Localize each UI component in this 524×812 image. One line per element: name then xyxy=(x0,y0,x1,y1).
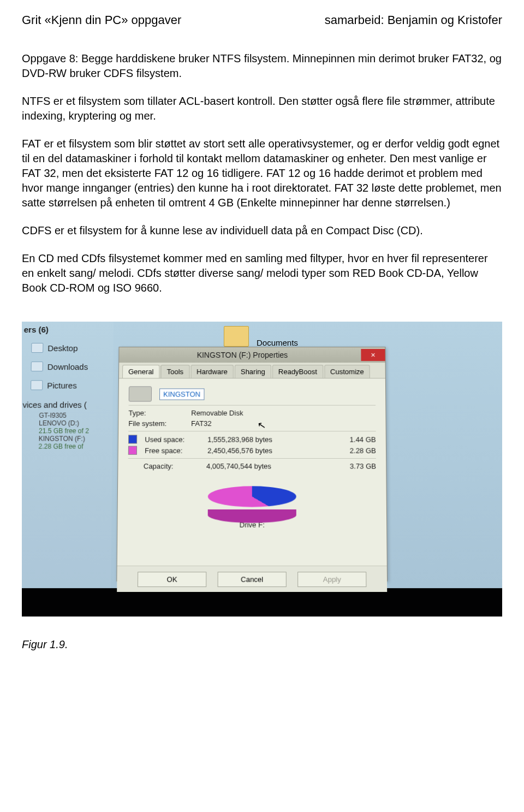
tab-hardware[interactable]: Hardware xyxy=(190,365,234,378)
free-swatch-icon xyxy=(128,446,137,455)
nav-item-downloads[interactable]: Downloads xyxy=(22,357,113,376)
tab-sharing[interactable]: Sharing xyxy=(235,365,271,378)
paragraph-5: En CD med CDfs filsystemet kommer med en… xyxy=(22,251,502,295)
tab-general[interactable]: General xyxy=(122,365,160,378)
cancel-button[interactable]: Cancel xyxy=(218,572,287,587)
separator xyxy=(129,405,376,406)
used-label: Used space: xyxy=(145,435,200,443)
dialog-button-row: OK Cancel Apply xyxy=(117,566,387,592)
dialog-titlebar[interactable]: KINGSTON (F:) Properties × xyxy=(119,347,385,363)
volume-name-input[interactable]: KINGSTON xyxy=(159,388,204,400)
used-bytes: 1,555,283,968 bytes xyxy=(207,435,330,443)
pie-chart xyxy=(208,475,296,519)
ok-button[interactable]: OK xyxy=(138,572,206,587)
nav-label: Downloads xyxy=(47,362,88,371)
capacity-bytes: 4,005,740,544 bytes xyxy=(206,462,330,470)
page-header: Grit «Kjenn din PC» oppgaver samarbeid: … xyxy=(22,13,502,27)
paragraph-4: CDFS er et filsystem for å kunne lese av… xyxy=(22,223,502,238)
nav-item-lenovo[interactable]: LENOVO (D:) xyxy=(22,419,112,427)
tab-customize[interactable]: Customize xyxy=(324,365,370,378)
explorer-window: Documents ers (6) Desktop Downloads Pict… xyxy=(22,322,502,588)
apply-button[interactable]: Apply xyxy=(297,572,366,587)
nav-lenovo-free: 21.5 GB free of 2 xyxy=(22,427,112,435)
free-bytes: 2,450,456,576 bytes xyxy=(207,446,330,454)
close-icon: × xyxy=(371,351,375,359)
explorer-nav-pane: ers (6) Desktop Downloads Pictures vices… xyxy=(22,322,114,588)
free-label: Free space: xyxy=(145,446,200,454)
capacity-gb: 3.73 GB xyxy=(337,462,376,470)
figure-caption: Figur 1.9. xyxy=(22,638,502,651)
paragraph-3: FAT er et filsystem som blir støttet av … xyxy=(22,137,502,210)
desktop-icon xyxy=(31,343,43,353)
folders-header: ers (6) xyxy=(22,322,114,339)
devices-header: vices and drives ( xyxy=(22,394,113,411)
paragraph-1: Oppgave 8: Begge harddiskene bruker NTFS… xyxy=(22,51,502,81)
nav-label: Desktop xyxy=(47,343,78,353)
close-button[interactable]: × xyxy=(361,349,385,361)
separator xyxy=(128,431,376,431)
header-right: samarbeid: Benjamin og Kristofer xyxy=(325,13,502,27)
paragraph-2: NTFS er et filsystem som tillater ACL-ba… xyxy=(22,94,502,123)
separator xyxy=(128,458,376,459)
nav-kingston-free: 2.28 GB free of xyxy=(22,443,112,451)
filesystem-value: FAT32 xyxy=(191,419,212,428)
used-swatch-icon xyxy=(128,435,137,443)
properties-dialog: KINGSTON (F:) Properties × General Tools… xyxy=(116,347,388,582)
documents-label[interactable]: Documents xyxy=(257,338,298,347)
tab-tools[interactable]: Tools xyxy=(161,365,190,378)
nav-item-kingston[interactable]: KINGSTON (F:) xyxy=(22,435,112,442)
folder-icon[interactable] xyxy=(224,326,249,347)
tab-body-general: KINGSTON Type: Removable Disk File syste… xyxy=(117,378,387,565)
header-left: Grit «Kjenn din PC» oppgaver xyxy=(22,13,181,27)
used-gb: 1.44 GB xyxy=(337,435,376,443)
downloads-icon xyxy=(31,361,43,371)
drive-icon xyxy=(129,386,152,401)
nav-label: Pictures xyxy=(47,381,77,390)
nav-item-gt[interactable]: GT-I9305 xyxy=(22,412,112,419)
nav-item-pictures[interactable]: Pictures xyxy=(22,376,113,394)
free-gb: 2.28 GB xyxy=(337,446,376,454)
pictures-icon xyxy=(31,380,43,390)
tab-readyboost[interactable]: ReadyBoost xyxy=(272,365,323,378)
tab-strip: General Tools Hardware Sharing ReadyBoos… xyxy=(119,363,385,378)
capacity-label: Capacity: xyxy=(144,462,199,470)
dialog-title-text: KINGSTON (F:) Properties xyxy=(123,351,361,359)
type-label: Type: xyxy=(128,409,183,417)
filesystem-label: File system: xyxy=(128,419,183,428)
screenshot-photo: Documents ers (6) Desktop Downloads Pict… xyxy=(22,322,502,617)
type-value: Removable Disk xyxy=(191,409,243,417)
nav-item-desktop[interactable]: Desktop xyxy=(22,339,114,357)
